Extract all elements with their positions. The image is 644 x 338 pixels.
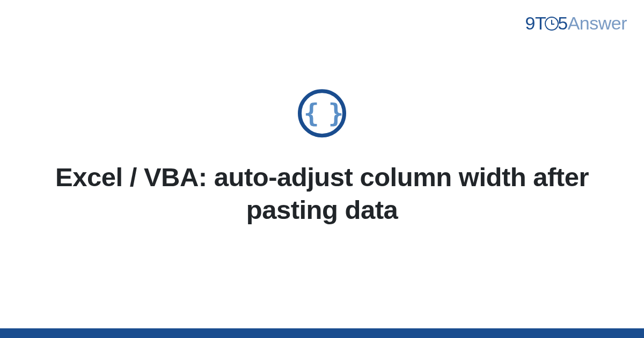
logo-text-answer: Answer [568, 13, 627, 33]
page-title: Excel / VBA: auto-adjust column width af… [32, 161, 612, 227]
logo-text-5: 5 [558, 13, 567, 33]
logo-text-9t: 9T [525, 13, 546, 33]
site-logo: 9T5Answer [525, 13, 627, 34]
category-icon-circle: { } [298, 89, 346, 137]
footer-bar [0, 328, 644, 338]
main-content: { } Excel / VBA: auto-adjust column widt… [0, 89, 644, 227]
code-braces-icon: { } [304, 100, 341, 126]
clock-icon [545, 17, 559, 31]
